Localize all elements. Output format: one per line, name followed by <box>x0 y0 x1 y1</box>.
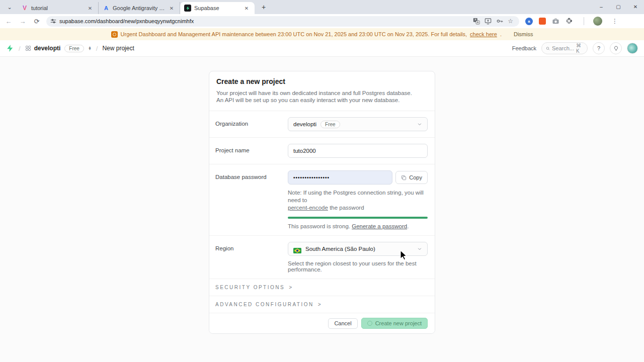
form-description-line1: Your project will have its own dedicated… <box>216 89 428 97</box>
maintenance-banner: Urgent Dashboard and Management API main… <box>0 28 644 40</box>
organization-plan-badge: Free <box>320 121 340 128</box>
project-name-input[interactable]: tuto2000 <box>288 144 428 158</box>
tab-search-button[interactable]: ⌄ <box>3 1 16 13</box>
organization-label: Organization <box>215 117 288 131</box>
browser-toolbar: ← → ⟳ supabase.com/dashboard/new/pxnbueq… <box>0 14 644 28</box>
project-name-label: Project name <box>215 144 288 158</box>
alert-clock-icon <box>111 31 118 38</box>
translate-icon[interactable] <box>473 18 480 25</box>
toolbar-divider <box>584 17 584 25</box>
banner-suffix: . <box>500 31 502 37</box>
maximize-button[interactable]: ▢ <box>610 0 627 13</box>
blue-extension-icon[interactable]: a <box>525 18 533 25</box>
bookmark-star-icon[interactable]: ☆ <box>508 18 513 25</box>
new-tab-button[interactable]: + <box>258 1 270 13</box>
supabase-logo-icon[interactable] <box>6 44 14 52</box>
user-avatar[interactable] <box>627 43 638 54</box>
orange-extension-icon[interactable] <box>539 18 546 25</box>
extensions-puzzle-icon[interactable] <box>566 18 573 25</box>
tab-close-icon[interactable]: ✕ <box>243 4 251 12</box>
lightbulb-icon <box>613 46 619 51</box>
back-button[interactable]: ← <box>3 16 14 27</box>
supabase-favicon-icon <box>184 5 191 12</box>
browser-menu-icon[interactable]: ⋮ <box>610 17 619 26</box>
forward-button[interactable]: → <box>17 16 28 27</box>
feedback-link[interactable]: Feedback <box>512 45 536 51</box>
tab-antigravity[interactable]: A Google Antigravity Download ✕ <box>99 2 180 14</box>
search-icon <box>546 46 550 51</box>
advanced-configuration-toggle[interactable]: ADVANCED CONFIGURATION > <box>209 296 435 313</box>
breadcrumb-org[interactable]: developti Free ▲▼ <box>25 45 92 52</box>
form-description-line2: An API will be set up so you can easily … <box>216 97 428 104</box>
tab-title: Supabase <box>194 5 243 11</box>
install-app-icon[interactable] <box>485 18 492 25</box>
password-note: Note: If using the Postgres connection s… <box>288 189 428 212</box>
security-options-toggle[interactable]: SECURITY OPTIONS > <box>209 279 435 296</box>
database-password-label: Database password <box>215 170 288 229</box>
browser-tab-strip: ⌄ V tutorial ✕ A Google Antigravity Down… <box>0 0 644 14</box>
form-header: Create a new project Your project will h… <box>209 71 435 111</box>
screen: ⌄ V tutorial ✕ A Google Antigravity Down… <box>0 0 644 362</box>
org-plan-badge: Free <box>64 45 84 52</box>
percent-encode-link[interactable]: percent-encode <box>288 205 328 211</box>
reload-button[interactable]: ⟳ <box>31 16 42 27</box>
organization-row: Organization developti Free <box>209 111 435 138</box>
tab-title: tutorial <box>31 5 86 11</box>
notifications-button[interactable] <box>610 42 622 54</box>
chevron-down-icon <box>417 244 422 253</box>
tab-tutorial[interactable]: V tutorial ✕ <box>17 2 99 14</box>
window-controls: – ▢ ✕ <box>593 0 644 13</box>
organization-select[interactable]: developti Free <box>288 117 428 131</box>
close-button[interactable]: ✕ <box>627 0 644 13</box>
spinner-icon <box>367 321 372 326</box>
tutorial-favicon-icon: V <box>21 5 28 12</box>
check-here-link[interactable]: check here <box>470 31 497 37</box>
tab-title: Google Antigravity Download <box>113 5 168 11</box>
main-content: Create a new project Your project will h… <box>0 57 644 362</box>
search-placeholder: Search... <box>552 45 574 51</box>
database-password-input[interactable]: •••••••••••••••• <box>288 170 392 185</box>
camera-extension-icon[interactable] <box>552 18 559 25</box>
url-text[interactable]: supabase.com/dashboard/new/pxnbueqyynwtg… <box>59 18 473 24</box>
brazil-flag-icon <box>293 246 301 252</box>
region-value: South America (São Paulo) <box>305 246 375 252</box>
browser-profile-avatar[interactable] <box>593 17 602 26</box>
chevron-right-icon: > <box>289 285 292 290</box>
organization-icon <box>25 45 31 51</box>
help-button[interactable]: ? <box>593 42 605 54</box>
organization-value: developti <box>293 121 316 127</box>
org-name: developti <box>34 45 61 52</box>
search-input[interactable]: Search... ⌘ K <box>541 42 588 54</box>
mouse-cursor <box>400 250 408 262</box>
app-header: / developti Free ▲▼ / New project Feedba… <box>0 40 644 57</box>
copy-password-button[interactable]: Copy <box>395 171 428 184</box>
header-actions: Feedback Search... ⌘ K ? <box>512 42 638 54</box>
extensions-area: a ⋮ <box>525 17 623 26</box>
site-settings-icon[interactable] <box>50 18 56 24</box>
create-new-project-label: Create new project <box>375 320 422 326</box>
region-label: Region <box>215 242 288 273</box>
breadcrumb-separator: / <box>19 45 21 52</box>
chevron-down-icon <box>417 120 422 129</box>
database-password-row: Database password •••••••••••••••• Copy … <box>209 164 435 236</box>
antigravity-favicon-icon: A <box>103 5 110 12</box>
tab-close-icon[interactable]: ✕ <box>86 4 94 12</box>
tab-close-icon[interactable]: ✕ <box>168 4 176 12</box>
new-project-form: Create a new project Your project will h… <box>209 71 435 334</box>
tab-supabase[interactable]: Supabase ✕ <box>180 2 255 14</box>
banner-message: Urgent Dashboard and Management API main… <box>121 31 467 37</box>
form-title: Create a new project <box>216 77 428 85</box>
password-key-icon[interactable] <box>496 18 503 25</box>
copy-label: Copy <box>409 174 422 180</box>
generate-password-link[interactable]: Generate a password <box>352 223 407 229</box>
cancel-button[interactable]: Cancel <box>328 318 357 329</box>
form-footer: Cancel Create new project <box>209 313 435 333</box>
org-switcher-icon[interactable]: ▲▼ <box>88 46 92 50</box>
chevron-right-icon: > <box>318 302 321 307</box>
breadcrumb-page: New project <box>102 45 134 52</box>
minimize-button[interactable]: – <box>593 0 610 13</box>
dismiss-button[interactable]: Dismiss <box>514 31 533 37</box>
create-new-project-button[interactable]: Create new project <box>361 318 428 329</box>
address-bar[interactable]: supabase.com/dashboard/new/pxnbueqyynwtg… <box>46 16 519 27</box>
search-shortcut: ⌘ K <box>576 43 583 54</box>
